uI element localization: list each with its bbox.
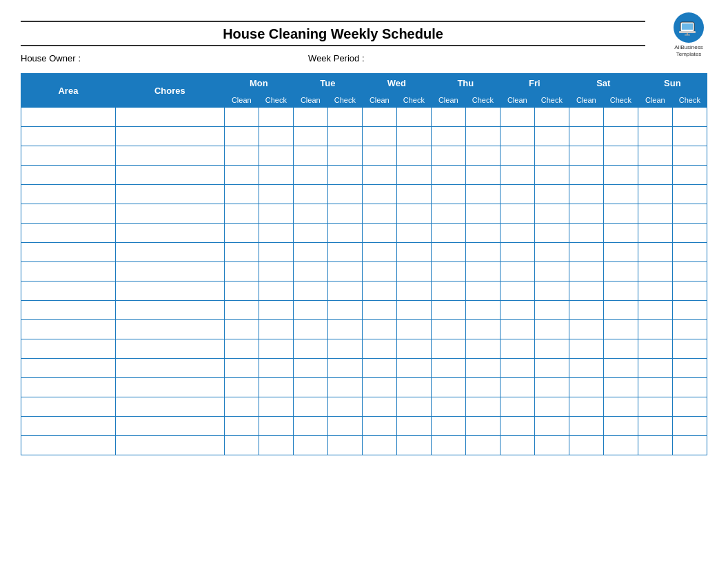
day-cell[interactable] bbox=[224, 204, 259, 224]
day-cell[interactable] bbox=[327, 359, 362, 378]
day-cell[interactable] bbox=[431, 417, 465, 436]
day-cell[interactable] bbox=[259, 397, 293, 417]
day-cell[interactable] bbox=[362, 301, 396, 320]
day-cell[interactable] bbox=[362, 166, 396, 185]
day-cell[interactable] bbox=[327, 301, 362, 320]
day-cell[interactable] bbox=[500, 436, 534, 455]
day-cell[interactable] bbox=[603, 320, 638, 339]
area-cell[interactable] bbox=[21, 166, 116, 185]
day-cell[interactable] bbox=[603, 224, 638, 243]
day-cell[interactable] bbox=[327, 436, 362, 455]
day-cell[interactable] bbox=[396, 320, 431, 339]
day-cell[interactable] bbox=[672, 339, 707, 359]
day-cell[interactable] bbox=[603, 146, 638, 166]
day-cell[interactable] bbox=[534, 224, 569, 243]
chores-cell[interactable] bbox=[115, 436, 224, 455]
day-cell[interactable] bbox=[396, 224, 431, 243]
day-cell[interactable] bbox=[672, 436, 707, 455]
day-cell[interactable] bbox=[396, 127, 431, 146]
day-cell[interactable] bbox=[603, 301, 638, 320]
day-cell[interactable] bbox=[569, 127, 603, 146]
area-cell[interactable] bbox=[21, 320, 116, 339]
area-cell[interactable] bbox=[21, 339, 116, 359]
day-cell[interactable] bbox=[396, 166, 431, 185]
day-cell[interactable] bbox=[500, 282, 534, 301]
day-cell[interactable] bbox=[327, 417, 362, 436]
day-cell[interactable] bbox=[259, 301, 293, 320]
day-cell[interactable] bbox=[465, 185, 500, 204]
day-cell[interactable] bbox=[672, 146, 707, 166]
day-cell[interactable] bbox=[534, 127, 569, 146]
area-cell[interactable] bbox=[21, 204, 116, 224]
day-cell[interactable] bbox=[569, 359, 603, 378]
day-cell[interactable] bbox=[327, 339, 362, 359]
day-cell[interactable] bbox=[500, 204, 534, 224]
day-cell[interactable] bbox=[465, 262, 500, 282]
day-cell[interactable] bbox=[327, 185, 362, 204]
day-cell[interactable] bbox=[396, 146, 431, 166]
day-cell[interactable] bbox=[569, 378, 603, 397]
chores-cell[interactable] bbox=[115, 224, 224, 243]
day-cell[interactable] bbox=[465, 166, 500, 185]
day-cell[interactable] bbox=[500, 320, 534, 339]
day-cell[interactable] bbox=[672, 204, 707, 224]
day-cell[interactable] bbox=[224, 243, 259, 262]
day-cell[interactable] bbox=[224, 417, 259, 436]
day-cell[interactable] bbox=[362, 224, 396, 243]
day-cell[interactable] bbox=[638, 397, 672, 417]
day-cell[interactable] bbox=[327, 127, 362, 146]
day-cell[interactable] bbox=[672, 108, 707, 127]
day-cell[interactable] bbox=[638, 417, 672, 436]
day-cell[interactable] bbox=[534, 282, 569, 301]
day-cell[interactable] bbox=[327, 146, 362, 166]
day-cell[interactable] bbox=[603, 185, 638, 204]
day-cell[interactable] bbox=[500, 339, 534, 359]
day-cell[interactable] bbox=[672, 224, 707, 243]
day-cell[interactable] bbox=[500, 127, 534, 146]
day-cell[interactable] bbox=[638, 301, 672, 320]
area-cell[interactable] bbox=[21, 359, 116, 378]
day-cell[interactable] bbox=[259, 108, 293, 127]
chores-cell[interactable] bbox=[115, 320, 224, 339]
day-cell[interactable] bbox=[431, 282, 465, 301]
day-cell[interactable] bbox=[259, 378, 293, 397]
day-cell[interactable] bbox=[672, 127, 707, 146]
day-cell[interactable] bbox=[327, 166, 362, 185]
day-cell[interactable] bbox=[327, 262, 362, 282]
chores-cell[interactable] bbox=[115, 166, 224, 185]
area-cell[interactable] bbox=[21, 378, 116, 397]
day-cell[interactable] bbox=[224, 436, 259, 455]
day-cell[interactable] bbox=[293, 320, 327, 339]
chores-cell[interactable] bbox=[115, 243, 224, 262]
day-cell[interactable] bbox=[500, 243, 534, 262]
day-cell[interactable] bbox=[569, 243, 603, 262]
day-cell[interactable] bbox=[293, 146, 327, 166]
day-cell[interactable] bbox=[259, 224, 293, 243]
day-cell[interactable] bbox=[362, 417, 396, 436]
day-cell[interactable] bbox=[569, 146, 603, 166]
day-cell[interactable] bbox=[259, 243, 293, 262]
day-cell[interactable] bbox=[638, 262, 672, 282]
day-cell[interactable] bbox=[259, 262, 293, 282]
day-cell[interactable] bbox=[638, 127, 672, 146]
day-cell[interactable] bbox=[569, 282, 603, 301]
day-cell[interactable] bbox=[362, 339, 396, 359]
day-cell[interactable] bbox=[534, 417, 569, 436]
day-cell[interactable] bbox=[534, 166, 569, 185]
day-cell[interactable] bbox=[362, 127, 396, 146]
day-cell[interactable] bbox=[603, 339, 638, 359]
day-cell[interactable] bbox=[259, 320, 293, 339]
area-cell[interactable] bbox=[21, 146, 116, 166]
day-cell[interactable] bbox=[396, 108, 431, 127]
day-cell[interactable] bbox=[534, 204, 569, 224]
day-cell[interactable] bbox=[259, 282, 293, 301]
day-cell[interactable] bbox=[362, 108, 396, 127]
day-cell[interactable] bbox=[465, 397, 500, 417]
day-cell[interactable] bbox=[293, 282, 327, 301]
area-cell[interactable] bbox=[21, 397, 116, 417]
day-cell[interactable] bbox=[672, 301, 707, 320]
day-cell[interactable] bbox=[603, 378, 638, 397]
day-cell[interactable] bbox=[500, 417, 534, 436]
day-cell[interactable] bbox=[396, 262, 431, 282]
day-cell[interactable] bbox=[638, 359, 672, 378]
